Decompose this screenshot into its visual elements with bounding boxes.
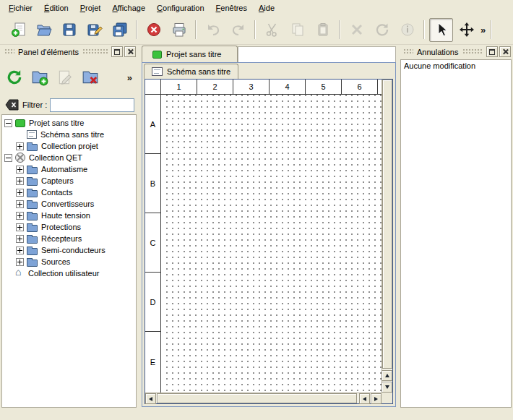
close-panel-button[interactable] [499, 46, 511, 57]
elements-panel: Panel d'éléments [0, 45, 138, 408]
toolbar-overflow-button[interactable]: » [479, 25, 487, 35]
close-panel-button[interactable] [124, 46, 136, 57]
dock-grip[interactable] [82, 48, 108, 55]
pointer-tool-button[interactable] [429, 18, 453, 42]
horizontal-scrollbar-thumb[interactable] [157, 393, 357, 403]
collapse-expander-icon[interactable] [4, 119, 12, 127]
menu-fichier[interactable]: Fichier [3, 2, 38, 14]
menu-fenetres[interactable]: Fenêtres [210, 2, 253, 14]
close-document-button[interactable] [142, 18, 165, 42]
expand-expander-icon[interactable] [16, 212, 24, 220]
folder-icon [27, 202, 38, 209]
vertical-scrollbar-thumb[interactable] [382, 80, 392, 369]
close-icon [502, 48, 509, 55]
open-document-button[interactable] [32, 18, 56, 42]
tree-item-capteurs[interactable]: Capteurs [2, 175, 136, 187]
menu-configuration[interactable]: Configuration [151, 2, 210, 14]
scroll-left-button[interactable] [145, 393, 156, 404]
about-qet-button[interactable] [509, 18, 513, 42]
delete-element-icon [82, 69, 99, 86]
dock-grip[interactable] [4, 48, 14, 55]
tree-item-schema[interactable]: Schéma sans titre [2, 129, 136, 140]
clear-filter-button[interactable] [4, 97, 20, 113]
menu-aide[interactable]: Aide [253, 2, 280, 14]
new-document-button[interactable] [7, 18, 30, 42]
expand-expander-icon[interactable] [16, 235, 24, 243]
right-arrow-icon [374, 397, 378, 401]
column-header: 1 [161, 80, 197, 94]
column-header: 3 [233, 80, 270, 94]
new-element-button[interactable] [30, 67, 50, 87]
save-as-button[interactable] [82, 18, 106, 42]
tab-projet-sans-titre[interactable]: Projet sans titre [142, 46, 238, 62]
rotate-button[interactable] [370, 18, 394, 42]
row-header: E [145, 332, 160, 393]
delete-button[interactable] [345, 18, 368, 42]
reload-collections-button[interactable] [4, 67, 25, 87]
move-tool-button[interactable] [454, 18, 478, 42]
tree-item-collection-utilisateur[interactable]: Collection utilisateur [2, 267, 136, 279]
expand-expander-icon[interactable] [16, 258, 24, 266]
dock-grip[interactable] [403, 48, 413, 55]
float-icon [489, 49, 495, 55]
project-icon [15, 119, 25, 127]
save-button[interactable] [57, 18, 81, 42]
expand-expander-icon[interactable] [16, 247, 24, 254]
print-button[interactable] [167, 18, 191, 42]
undo-panel-header[interactable]: Annulations [400, 45, 512, 59]
float-panel-button[interactable] [486, 46, 498, 57]
dock-grip[interactable] [462, 48, 483, 55]
horizontal-scrollbar[interactable] [145, 393, 381, 403]
folder-icon [27, 213, 38, 220]
float-panel-button[interactable] [111, 46, 123, 57]
tree-item-automatisme[interactable]: Automatisme [2, 163, 136, 175]
tab-schema-sans-titre[interactable]: Schéma sans titre [144, 64, 238, 79]
project-tab-label: Projet sans titre [166, 50, 221, 59]
diagram-grid-canvas[interactable] [162, 95, 381, 393]
expand-expander-icon[interactable] [16, 223, 24, 231]
undo-button[interactable] [201, 18, 225, 42]
tree-item-semi-conducteurs[interactable]: Semi-conducteurs [2, 244, 136, 256]
diagram-info-button[interactable] [395, 18, 419, 42]
delete-element-button[interactable] [80, 67, 100, 87]
cut-button[interactable] [260, 18, 284, 42]
tree-item-collection-qet[interactable]: Collection QET [2, 152, 136, 163]
tree-item-recepteurs[interactable]: Récepteurs [2, 233, 136, 244]
expand-expander-icon[interactable] [16, 142, 24, 150]
collapse-expander-icon[interactable] [4, 154, 12, 162]
scroll-down-button[interactable] [381, 382, 392, 393]
scroll-up-button[interactable] [381, 370, 392, 381]
scroll-left-button-2[interactable] [359, 393, 370, 404]
tree-item-contacts[interactable]: Contacts [2, 187, 136, 198]
expand-expander-icon[interactable] [16, 177, 24, 185]
panel-toolbar-overflow-button[interactable]: » [126, 72, 134, 83]
save-all-button[interactable] [108, 18, 132, 42]
tree-item-convertisseurs[interactable]: Convertisseurs [2, 198, 136, 210]
menu-projet[interactable]: Projet [74, 2, 107, 14]
redo-button[interactable] [226, 18, 250, 42]
menu-affichage[interactable]: Affichage [106, 2, 151, 14]
new-document-icon [11, 22, 27, 38]
tree-item-sources[interactable]: Sources [2, 256, 136, 267]
undo-list-item[interactable]: Aucune modification [401, 60, 511, 72]
tree-item-protections[interactable]: Protections [2, 221, 136, 233]
expand-expander-icon[interactable] [16, 189, 24, 197]
folder-icon [27, 179, 38, 186]
tree-item-haute-tension[interactable]: Haute tension [2, 210, 136, 221]
tree-item-project[interactable]: Projet sans titre [2, 117, 136, 129]
filter-input[interactable] [50, 98, 134, 112]
rotate-icon [375, 22, 389, 37]
edit-element-button[interactable] [55, 67, 75, 87]
vertical-scrollbar[interactable] [381, 80, 392, 393]
tree-item-collection-projet[interactable]: Collection projet [2, 140, 136, 152]
scroll-right-button[interactable] [371, 393, 381, 404]
elements-panel-header[interactable]: Panel d'éléments [1, 45, 137, 59]
expand-expander-icon[interactable] [16, 166, 24, 173]
menu-edition[interactable]: Édition [38, 2, 74, 14]
scrollbar-corner [381, 393, 392, 403]
column-header: 2 [197, 80, 233, 94]
expand-expander-icon[interactable] [16, 200, 24, 208]
schema-icon [27, 130, 37, 139]
paste-button[interactable] [311, 18, 335, 42]
copy-button[interactable] [285, 18, 309, 42]
